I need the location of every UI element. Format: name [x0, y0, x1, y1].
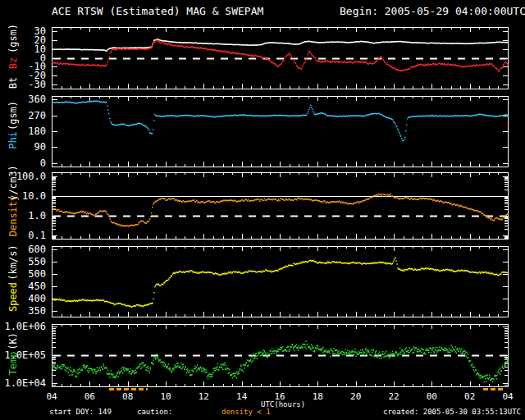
- temp-units-label: (K): [8, 332, 18, 350]
- panel-temp-canvas: [52, 324, 509, 387]
- y-tick-label: 180: [0, 126, 46, 136]
- x-tick-label: 16: [274, 392, 285, 401]
- y-tick-label: 1.0E+04: [0, 378, 46, 388]
- y-tick-label: 450: [0, 281, 46, 291]
- y-tick-label: 550: [0, 257, 46, 267]
- y-tick-label: 360: [0, 94, 46, 104]
- x-tick-label: 18: [313, 392, 323, 401]
- y-tick-label: 1.0E+06: [0, 322, 46, 331]
- caution-region-marker: [109, 388, 148, 390]
- panel-phi-canvas: [52, 96, 509, 167]
- x-tick-label: 08: [122, 392, 133, 401]
- y-tick-label: 0.1: [0, 231, 46, 240]
- x-tick-label: 04: [46, 392, 57, 401]
- x-tick-label: 10: [160, 392, 171, 401]
- y-tick-label: 90: [0, 142, 46, 152]
- y-tick-label: 500: [0, 269, 46, 279]
- x-tick-label: 12: [199, 392, 209, 401]
- caution-region-marker: [483, 388, 505, 390]
- y-tick-label: 350: [0, 306, 46, 316]
- start-doy-label: start DOY: 149: [49, 409, 112, 416]
- y-tick-label: 270: [0, 111, 46, 121]
- y-tick-label: -30: [0, 80, 46, 89]
- x-tick-label: 04: [502, 392, 513, 401]
- panel-bt-bz-canvas: [52, 27, 509, 89]
- page-title: ACE RTSW (Estimated) MAG & SWEPAM: [52, 6, 263, 16]
- ace-rtsw-plot: ACE RTSW (Estimated) MAG & SWEPAM Begin:…: [0, 0, 525, 420]
- x-tick-label: 22: [388, 392, 399, 401]
- x-tick-label: 02: [464, 392, 475, 401]
- y-tick-label: 10.0: [0, 191, 46, 201]
- panel-density-canvas: [52, 172, 509, 240]
- y-tick-label: 1.0: [0, 211, 46, 221]
- panel-speed-canvas: [52, 246, 509, 317]
- y-tick-label: 100.0: [0, 171, 46, 181]
- caution-value: density < 1: [221, 409, 271, 416]
- y-tick-label: 400: [0, 294, 46, 304]
- x-tick-label: 20: [350, 392, 361, 401]
- x-tick-label: 14: [236, 392, 247, 401]
- y-tick-label: 1.0E+05: [0, 350, 46, 360]
- begin-timestamp: Begin: 2005-05-29 04:00:00UTC: [340, 6, 525, 16]
- x-tick-label: 00: [427, 392, 437, 401]
- y-tick-label: 600: [0, 244, 46, 254]
- created-timestamp: created: 2005-05-30 03:55:13UTC: [383, 409, 521, 416]
- caution-label: caution:: [137, 409, 172, 416]
- x-tick-label: 06: [84, 392, 95, 401]
- y-tick-label: 0: [0, 158, 46, 168]
